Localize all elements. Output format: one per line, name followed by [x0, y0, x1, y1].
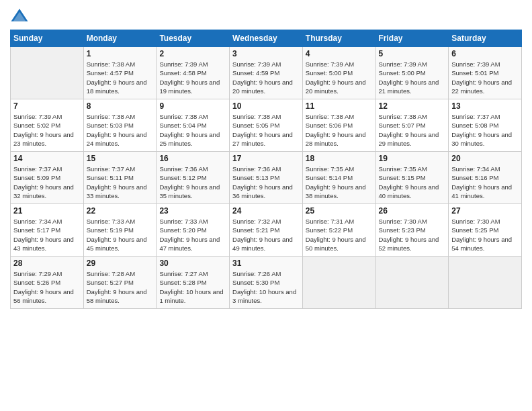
day-detail: Sunrise: 7:36 AMSunset: 5:13 PMDaylight:… [232, 165, 300, 200]
calendar-cell: 15Sunrise: 7:37 AMSunset: 5:11 PMDayligh… [83, 152, 157, 204]
day-detail: Sunrise: 7:38 AMSunset: 5:06 PMDaylight:… [306, 112, 373, 148]
day-number: 20 [451, 154, 519, 163]
week-row-5: 28Sunrise: 7:29 AMSunset: 5:26 PMDayligh… [11, 257, 522, 309]
calendar-cell: 3Sunrise: 7:39 AMSunset: 4:59 PMDaylight… [230, 47, 303, 99]
day-detail: Sunrise: 7:39 AMSunset: 5:02 PMDaylight:… [13, 112, 81, 148]
week-row-3: 14Sunrise: 7:37 AMSunset: 5:09 PMDayligh… [11, 152, 522, 204]
day-number: 7 [13, 101, 81, 111]
calendar-cell: 6Sunrise: 7:39 AMSunset: 5:01 PMDaylight… [449, 47, 522, 99]
day-number: 1 [87, 49, 154, 58]
calendar-cell: 5Sunrise: 7:39 AMSunset: 5:00 PMDaylight… [375, 47, 449, 99]
day-number: 8 [87, 101, 154, 111]
calendar-cell [375, 257, 449, 309]
calendar-cell: 23Sunrise: 7:33 AMSunset: 5:20 PMDayligh… [157, 204, 230, 257]
calendar-cell: 25Sunrise: 7:31 AMSunset: 5:22 PMDayligh… [302, 204, 375, 257]
day-detail: Sunrise: 7:32 AMSunset: 5:21 PMDaylight:… [232, 217, 300, 253]
day-number: 21 [13, 206, 81, 216]
calendar-cell: 31Sunrise: 7:26 AMSunset: 5:30 PMDayligh… [230, 257, 303, 309]
day-detail: Sunrise: 7:33 AMSunset: 5:20 PMDaylight:… [159, 217, 226, 253]
day-detail: Sunrise: 7:38 AMSunset: 5:03 PMDaylight:… [87, 112, 154, 148]
day-detail: Sunrise: 7:39 AMSunset: 4:58 PMDaylight:… [159, 60, 226, 95]
calendar-cell: 10Sunrise: 7:38 AMSunset: 5:05 PMDayligh… [230, 99, 303, 152]
day-number: 5 [379, 49, 446, 58]
calendar-cell: 19Sunrise: 7:35 AMSunset: 5:15 PMDayligh… [375, 152, 449, 204]
day-number: 9 [159, 101, 226, 111]
day-number: 22 [87, 206, 154, 216]
calendar-cell: 27Sunrise: 7:30 AMSunset: 5:25 PMDayligh… [449, 204, 522, 257]
day-detail: Sunrise: 7:31 AMSunset: 5:22 PMDaylight:… [306, 217, 373, 253]
col-header-monday: Monday [83, 30, 157, 47]
day-detail: Sunrise: 7:34 AMSunset: 5:17 PMDaylight:… [13, 217, 81, 253]
day-detail: Sunrise: 7:30 AMSunset: 5:23 PMDaylight:… [379, 217, 446, 253]
day-number: 30 [159, 259, 226, 268]
day-detail: Sunrise: 7:35 AMSunset: 5:14 PMDaylight:… [306, 165, 373, 200]
logo-icon [10, 7, 29, 26]
day-number: 31 [232, 259, 300, 268]
calendar-cell: 9Sunrise: 7:38 AMSunset: 5:04 PMDaylight… [157, 99, 230, 152]
calendar-cell: 20Sunrise: 7:34 AMSunset: 5:16 PMDayligh… [449, 152, 522, 204]
day-detail: Sunrise: 7:37 AMSunset: 5:09 PMDaylight:… [13, 165, 81, 200]
calendar-cell: 2Sunrise: 7:39 AMSunset: 4:58 PMDaylight… [157, 47, 230, 99]
logo [10, 7, 32, 26]
day-detail: Sunrise: 7:34 AMSunset: 5:16 PMDaylight:… [451, 165, 519, 200]
day-number: 4 [306, 49, 373, 58]
day-detail: Sunrise: 7:39 AMSunset: 5:01 PMDaylight:… [451, 60, 519, 95]
col-header-thursday: Thursday [302, 30, 375, 47]
day-detail: Sunrise: 7:37 AMSunset: 5:08 PMDaylight:… [451, 112, 519, 148]
page-container: SundayMondayTuesdayWednesdayThursdayFrid… [0, 0, 532, 316]
day-number: 17 [232, 154, 300, 163]
calendar-cell: 28Sunrise: 7:29 AMSunset: 5:26 PMDayligh… [11, 257, 84, 309]
day-number: 3 [232, 49, 300, 58]
day-number: 6 [451, 49, 519, 58]
day-number: 27 [451, 206, 519, 216]
calendar-cell: 4Sunrise: 7:39 AMSunset: 5:00 PMDaylight… [302, 47, 375, 99]
calendar-cell: 26Sunrise: 7:30 AMSunset: 5:23 PMDayligh… [375, 204, 449, 257]
calendar-cell: 14Sunrise: 7:37 AMSunset: 5:09 PMDayligh… [11, 152, 84, 204]
day-detail: Sunrise: 7:38 AMSunset: 5:04 PMDaylight:… [159, 112, 226, 148]
day-number: 28 [13, 259, 81, 268]
calendar-cell: 11Sunrise: 7:38 AMSunset: 5:06 PMDayligh… [302, 99, 375, 152]
col-header-wednesday: Wednesday [230, 30, 303, 47]
day-detail: Sunrise: 7:26 AMSunset: 5:30 PMDaylight:… [232, 269, 300, 305]
day-detail: Sunrise: 7:38 AMSunset: 5:07 PMDaylight:… [379, 112, 446, 148]
day-detail: Sunrise: 7:30 AMSunset: 5:25 PMDaylight:… [451, 217, 519, 253]
calendar-cell: 13Sunrise: 7:37 AMSunset: 5:08 PMDayligh… [449, 99, 522, 152]
col-header-saturday: Saturday [449, 30, 522, 47]
day-detail: Sunrise: 7:39 AMSunset: 4:59 PMDaylight:… [232, 60, 300, 95]
day-number: 2 [159, 49, 226, 58]
day-detail: Sunrise: 7:27 AMSunset: 5:28 PMDaylight:… [159, 269, 226, 305]
day-number: 29 [87, 259, 154, 268]
col-header-tuesday: Tuesday [157, 30, 230, 47]
calendar-table: SundayMondayTuesdayWednesdayThursdayFrid… [10, 30, 522, 309]
calendar-cell: 18Sunrise: 7:35 AMSunset: 5:14 PMDayligh… [302, 152, 375, 204]
week-row-1: 1Sunrise: 7:38 AMSunset: 4:57 PMDaylight… [11, 47, 522, 99]
calendar-cell [11, 47, 84, 99]
day-number: 19 [379, 154, 446, 163]
day-detail: Sunrise: 7:28 AMSunset: 5:27 PMDaylight:… [87, 269, 154, 305]
day-detail: Sunrise: 7:39 AMSunset: 5:00 PMDaylight:… [306, 60, 373, 95]
day-detail: Sunrise: 7:35 AMSunset: 5:15 PMDaylight:… [379, 165, 446, 200]
calendar-cell: 17Sunrise: 7:36 AMSunset: 5:13 PMDayligh… [230, 152, 303, 204]
header-row: SundayMondayTuesdayWednesdayThursdayFrid… [11, 30, 522, 47]
day-number: 25 [306, 206, 373, 216]
day-number: 24 [232, 206, 300, 216]
day-number: 12 [379, 101, 446, 111]
day-detail: Sunrise: 7:36 AMSunset: 5:12 PMDaylight:… [159, 165, 226, 200]
calendar-cell: 21Sunrise: 7:34 AMSunset: 5:17 PMDayligh… [11, 204, 84, 257]
calendar-cell: 16Sunrise: 7:36 AMSunset: 5:12 PMDayligh… [157, 152, 230, 204]
day-detail: Sunrise: 7:29 AMSunset: 5:26 PMDaylight:… [13, 269, 81, 305]
calendar-cell: 24Sunrise: 7:32 AMSunset: 5:21 PMDayligh… [230, 204, 303, 257]
day-number: 23 [159, 206, 226, 216]
day-detail: Sunrise: 7:33 AMSunset: 5:19 PMDaylight:… [87, 217, 154, 253]
day-number: 14 [13, 154, 81, 163]
calendar-cell [449, 257, 522, 309]
calendar-cell [302, 257, 375, 309]
calendar-cell: 7Sunrise: 7:39 AMSunset: 5:02 PMDaylight… [11, 99, 84, 152]
calendar-cell: 1Sunrise: 7:38 AMSunset: 4:57 PMDaylight… [83, 47, 157, 99]
calendar-cell: 12Sunrise: 7:38 AMSunset: 5:07 PMDayligh… [375, 99, 449, 152]
col-header-sunday: Sunday [11, 30, 84, 47]
day-detail: Sunrise: 7:38 AMSunset: 4:57 PMDaylight:… [87, 60, 154, 95]
day-number: 15 [87, 154, 154, 163]
calendar-cell: 8Sunrise: 7:38 AMSunset: 5:03 PMDaylight… [83, 99, 157, 152]
day-detail: Sunrise: 7:38 AMSunset: 5:05 PMDaylight:… [232, 112, 300, 148]
